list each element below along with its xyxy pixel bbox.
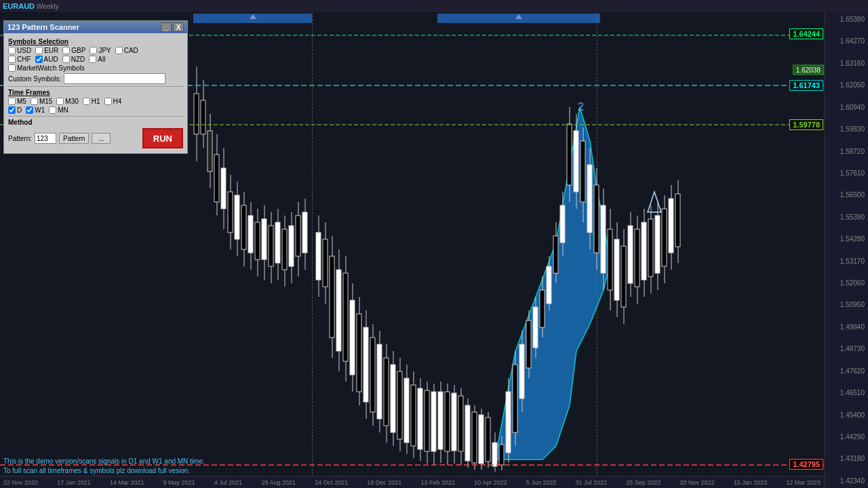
cb-usd-input[interactable] bbox=[8, 47, 16, 54]
svg-rect-10 bbox=[221, 168, 226, 209]
cb-all-label: All bbox=[98, 56, 105, 63]
v-line-2 bbox=[597, 12, 597, 474]
date-4: 4 Jul 2021 bbox=[214, 479, 243, 486]
cb-jpy-label: JPY bbox=[98, 47, 111, 54]
svg-rect-8 bbox=[214, 155, 219, 202]
scanner-titlebar: 123 Pattern Scanner _ X bbox=[4, 21, 187, 33]
date-7: 19 Dec 2021 bbox=[367, 479, 401, 486]
more-button[interactable]: ... bbox=[92, 133, 111, 144]
pattern-input[interactable] bbox=[35, 133, 56, 144]
price-14: 1.50950 bbox=[826, 301, 867, 308]
svg-rect-14 bbox=[235, 195, 239, 239]
cb-gbp-label: GBP bbox=[71, 47, 85, 54]
price-15: 1.49840 bbox=[826, 323, 867, 331]
svg-rect-44 bbox=[343, 273, 348, 361]
cb-chf[interactable]: CHF bbox=[8, 56, 31, 63]
candles-right: 2 bbox=[438, 101, 680, 472]
cb-all[interactable]: All bbox=[89, 56, 105, 63]
date-8: 13 Feb 2022 bbox=[421, 479, 456, 486]
price-16: 1.48730 bbox=[826, 345, 867, 352]
cb-gbp-input[interactable] bbox=[62, 47, 70, 54]
cb-aud-input[interactable] bbox=[35, 56, 43, 63]
cb-nzd-label: NZD bbox=[71, 56, 85, 63]
svg-rect-64 bbox=[411, 385, 416, 446]
cb-cad[interactable]: CAD bbox=[115, 47, 138, 54]
chart-timeframe: Weekly bbox=[37, 3, 59, 10]
current-price-badge: 1.62038 bbox=[793, 65, 824, 75]
cb-w1-input[interactable] bbox=[26, 106, 33, 114]
cb-h4-input[interactable] bbox=[104, 98, 112, 105]
date-axis: 22 Nov 2020 17 Jan 2021 14 Mar 2021 9 Ma… bbox=[0, 476, 824, 488]
cb-gbp[interactable]: GBP bbox=[62, 47, 85, 54]
svg-rect-50 bbox=[363, 327, 368, 402]
cb-m30-input[interactable] bbox=[56, 98, 64, 105]
cb-jpy[interactable]: JPY bbox=[90, 47, 111, 54]
cb-mn-input[interactable] bbox=[49, 106, 56, 114]
price-21: 1.43180 bbox=[826, 455, 867, 462]
svg-rect-142 bbox=[675, 194, 680, 247]
date-14: 15 Jan 2023 bbox=[734, 479, 768, 486]
cb-h1-input[interactable] bbox=[83, 98, 90, 105]
cb-d-label: D bbox=[17, 106, 22, 114]
svg-rect-112 bbox=[574, 131, 578, 192]
svg-rect-56 bbox=[384, 358, 389, 426]
cb-nzd[interactable]: NZD bbox=[62, 56, 85, 63]
cb-mn[interactable]: MN bbox=[49, 106, 68, 114]
price-label-3: 1.59778 bbox=[789, 119, 823, 130]
cb-marketwatch-input[interactable] bbox=[8, 64, 16, 72]
cb-h4[interactable]: H4 bbox=[104, 98, 122, 105]
svg-rect-120 bbox=[601, 205, 606, 273]
symbols-section-title: Symbols Selection bbox=[8, 38, 183, 45]
cb-cad-input[interactable] bbox=[115, 47, 123, 54]
cb-usd[interactable]: USD bbox=[8, 47, 31, 54]
cb-m5[interactable]: M5 bbox=[8, 98, 26, 105]
cb-aud[interactable]: AUD bbox=[35, 56, 58, 63]
svg-rect-54 bbox=[377, 344, 382, 419]
timeframes-section-title: Time Frames bbox=[8, 89, 183, 96]
svg-rect-58 bbox=[391, 365, 395, 432]
price-1: 1.65380 bbox=[826, 16, 867, 23]
close-button[interactable]: X bbox=[173, 22, 184, 32]
svg-rect-84 bbox=[479, 415, 484, 464]
cb-jpy-input[interactable] bbox=[90, 47, 97, 54]
date-9: 10 Apr 2022 bbox=[474, 479, 507, 486]
cb-m30[interactable]: M30 bbox=[56, 98, 78, 105]
cb-m15[interactable]: M15 bbox=[31, 98, 52, 105]
pattern-button[interactable]: Pattern bbox=[59, 133, 89, 144]
price-19: 1.45400 bbox=[826, 411, 867, 419]
cb-all-input[interactable] bbox=[89, 56, 96, 63]
custom-symbols-input[interactable] bbox=[64, 73, 165, 84]
cb-h1[interactable]: H1 bbox=[83, 98, 100, 105]
cb-m5-input[interactable] bbox=[8, 98, 16, 105]
cb-nzd-input[interactable] bbox=[62, 56, 70, 63]
svg-rect-82 bbox=[472, 412, 477, 463]
cb-d[interactable]: D bbox=[8, 106, 22, 114]
svg-rect-40 bbox=[330, 256, 334, 338]
cb-aud-label: AUD bbox=[44, 56, 58, 63]
cb-eur[interactable]: EUR bbox=[35, 47, 58, 54]
price-label-4: 1.42795 bbox=[789, 459, 823, 470]
cb-chf-input[interactable] bbox=[8, 56, 16, 63]
svg-rect-114 bbox=[580, 141, 585, 202]
date-0: 22 Nov 2020 bbox=[3, 479, 38, 486]
cb-marketwatch[interactable]: MarketWatch Symbols bbox=[8, 64, 183, 72]
chart-symbol: EURAUD bbox=[3, 2, 35, 10]
symbols-row-1: USD EUR GBP JPY CAD bbox=[8, 47, 183, 54]
svg-rect-16 bbox=[241, 205, 246, 249]
cb-w1[interactable]: W1 bbox=[26, 106, 45, 114]
cb-d-input[interactable] bbox=[8, 106, 16, 114]
cb-eur-input[interactable] bbox=[35, 47, 43, 54]
cb-m5-label: M5 bbox=[17, 98, 26, 105]
svg-rect-36 bbox=[316, 232, 321, 280]
method-row: Method bbox=[8, 119, 183, 126]
svg-rect-100 bbox=[533, 307, 538, 348]
svg-rect-122 bbox=[608, 229, 612, 290]
run-button[interactable]: RUN bbox=[142, 128, 183, 148]
minimize-button[interactable]: _ bbox=[161, 22, 172, 32]
price-label-2: 1.61743 bbox=[789, 80, 823, 91]
svg-rect-42 bbox=[336, 270, 341, 351]
custom-symbols-label: Custom Symbols: bbox=[8, 75, 61, 83]
cb-m15-input[interactable] bbox=[31, 98, 38, 105]
svg-rect-26 bbox=[275, 222, 280, 263]
cb-cad-label: CAD bbox=[124, 47, 138, 54]
